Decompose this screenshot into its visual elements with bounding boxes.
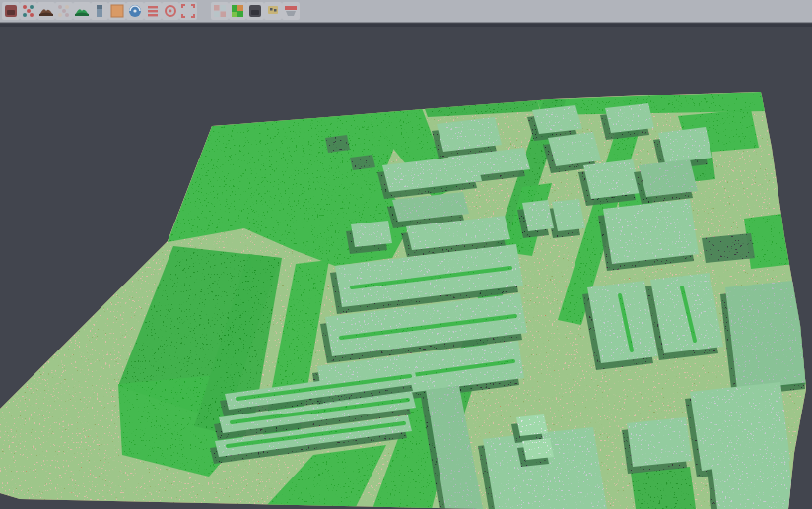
crop-region-button[interactable] <box>179 2 197 20</box>
classification-map-button[interactable] <box>229 2 246 20</box>
terrain-green-icon <box>74 3 90 19</box>
image-thumbnail-button[interactable] <box>2 2 20 20</box>
globe-refresh-button[interactable] <box>126 2 144 20</box>
terrain-brown-icon <box>38 3 54 19</box>
sparse-points-icon <box>56 3 72 19</box>
viewport-3d-scene[interactable] <box>0 0 812 509</box>
measure-tool-icon <box>265 3 281 19</box>
model-object-icon <box>247 3 263 19</box>
eraser-tool-button[interactable] <box>282 2 300 20</box>
tie-points-button[interactable] <box>20 2 37 20</box>
layer-list-button[interactable] <box>144 2 162 20</box>
sparse-points-button[interactable] <box>55 2 73 20</box>
column-profile-icon <box>92 3 107 19</box>
globe-refresh-icon <box>127 3 143 19</box>
grid-tiles-icon <box>212 3 228 19</box>
main-toolbar <box>0 0 812 23</box>
grid-tiles-button[interactable] <box>211 2 229 20</box>
column-profile-button[interactable] <box>91 2 108 20</box>
eraser-tool-icon <box>283 3 299 19</box>
classification-map-icon <box>230 3 245 19</box>
viewport-top-border <box>0 24 812 27</box>
tie-points-icon <box>21 3 36 19</box>
radius-select-icon <box>163 3 178 19</box>
model-object-button[interactable] <box>246 2 264 20</box>
crop-region-icon <box>180 3 196 19</box>
image-thumbnail-icon <box>3 3 19 19</box>
ortho-tile-icon <box>109 3 125 19</box>
terrain-green-button[interactable] <box>73 2 91 20</box>
layer-list-icon <box>145 3 161 19</box>
terrain-brown-button[interactable] <box>37 2 55 20</box>
measure-tool-button[interactable] <box>264 2 282 20</box>
app-window <box>0 0 812 509</box>
radius-select-button[interactable] <box>162 2 179 20</box>
ortho-tile-button[interactable] <box>108 2 126 20</box>
